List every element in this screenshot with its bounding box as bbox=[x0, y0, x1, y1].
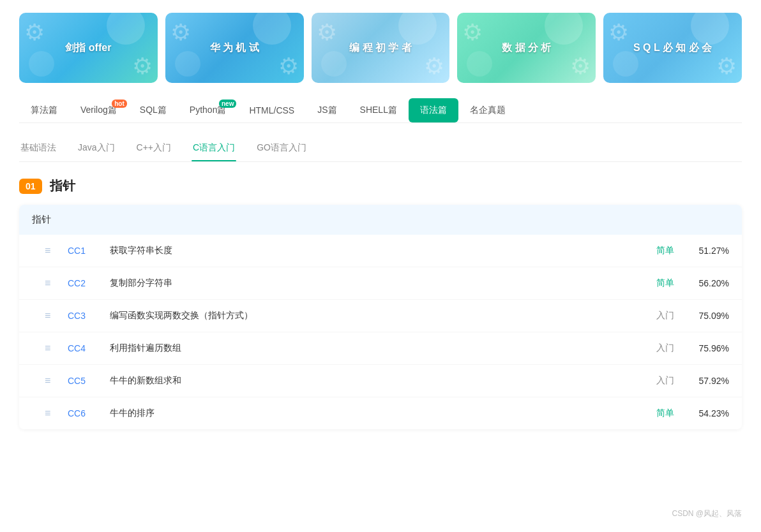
problem-icon-0: ≡ bbox=[45, 245, 57, 256]
tab-item-6[interactable]: SHELL篇 bbox=[349, 98, 409, 122]
gear-icon-right-1: ⚙ bbox=[278, 53, 299, 80]
tab-label-6: SHELL篇 bbox=[360, 105, 397, 115]
problem-difficulty-3: 入门 bbox=[636, 343, 674, 354]
problem-percent-4: 57.92% bbox=[684, 376, 729, 386]
tab-label-0: 算法篇 bbox=[31, 105, 57, 115]
problem-code-5: CC6 bbox=[68, 408, 100, 418]
sub-tabs-row: 基础语法Java入门C++入门C语言入门GO语言入门 bbox=[19, 136, 742, 162]
problem-icon-1: ≡ bbox=[45, 277, 57, 289]
tab-label-5: JS篇 bbox=[317, 105, 336, 115]
group-header: 指针 bbox=[19, 205, 742, 235]
problem-percent-5: 54.23% bbox=[684, 408, 729, 418]
problem-code-2: CC3 bbox=[68, 311, 100, 321]
banner-row: ⚙ ⚙ 剑指 offer ⚙ ⚙ 华 为 机 试 ⚙ ⚙ 编 程 初 学 者 ⚙… bbox=[19, 13, 742, 83]
gear-icon-right-0: ⚙ bbox=[132, 53, 153, 80]
banner-card-1[interactable]: ⚙ ⚙ 剑指 offer bbox=[19, 13, 158, 83]
sub-tab-2[interactable]: C++入门 bbox=[135, 136, 172, 161]
tab-item-1[interactable]: Verilog篇hot bbox=[69, 98, 128, 122]
section-title: 指针 bbox=[50, 177, 75, 195]
table-row[interactable]: ≡ CC3 编写函数实现两数交换（指针方式） 入门 75.09% bbox=[19, 300, 742, 332]
banner-card-4[interactable]: ⚙ ⚙ 数 据 分 析 bbox=[457, 13, 596, 83]
main-container: ⚙ ⚙ 剑指 offer ⚙ ⚙ 华 为 机 试 ⚙ ⚙ 编 程 初 学 者 ⚙… bbox=[0, 0, 761, 532]
banner-card-2[interactable]: ⚙ ⚙ 华 为 机 试 bbox=[165, 13, 304, 83]
badge-new: new bbox=[219, 100, 236, 108]
gear-icon-left-1: ⚙ bbox=[170, 19, 191, 46]
sub-tab-3[interactable]: C语言入门 bbox=[192, 136, 236, 161]
problem-icon-4: ≡ bbox=[45, 375, 57, 387]
banner-card-label-2: 编 程 初 学 者 bbox=[349, 41, 412, 55]
banner-card-5[interactable]: ⚙ ⚙ S Q L 必 知 必 会 bbox=[603, 13, 742, 83]
section-header: 01 指针 bbox=[19, 177, 742, 195]
watermark: CSDN @风起、风落 bbox=[672, 508, 742, 519]
problem-table: 指针 ≡ CC1 获取字符串长度 简单 51.27% ≡ CC2 复制部分字符串… bbox=[19, 205, 742, 429]
problem-percent-0: 51.27% bbox=[684, 246, 729, 256]
problem-name-5: 牛牛的排序 bbox=[110, 408, 626, 419]
tab-label-2: SQL篇 bbox=[140, 105, 167, 115]
banner-card-label-4: S Q L 必 知 必 会 bbox=[633, 41, 712, 55]
tab-item-4[interactable]: HTML/CSS bbox=[237, 99, 306, 122]
problem-difficulty-2: 入门 bbox=[636, 310, 674, 321]
gear-icon-right-4: ⚙ bbox=[716, 53, 737, 80]
problem-difficulty-1: 简单 bbox=[636, 277, 674, 289]
sub-tab-4[interactable]: GO语言入门 bbox=[255, 136, 308, 161]
tab-label-1: Verilog篇 bbox=[80, 105, 117, 115]
sub-tab-0[interactable]: 基础语法 bbox=[19, 136, 57, 161]
problem-name-1: 复制部分字符串 bbox=[110, 277, 626, 289]
tab-item-2[interactable]: SQL篇 bbox=[128, 98, 178, 122]
tab-label-4: HTML/CSS bbox=[249, 105, 294, 115]
problem-name-4: 牛牛的新数组求和 bbox=[110, 375, 626, 387]
gear-icon-right-2: ⚙ bbox=[424, 53, 444, 80]
tab-item-5[interactable]: JS篇 bbox=[306, 98, 348, 122]
badge-hot: hot bbox=[112, 100, 127, 108]
banner-card-label-1: 华 为 机 试 bbox=[210, 41, 259, 55]
sub-tab-1[interactable]: Java入门 bbox=[77, 136, 116, 161]
table-row[interactable]: ≡ CC4 利用指针遍历数组 入门 75.96% bbox=[19, 332, 742, 365]
problem-difficulty-5: 简单 bbox=[636, 408, 674, 419]
problem-code-0: CC1 bbox=[68, 246, 100, 256]
problem-name-3: 利用指针遍历数组 bbox=[110, 343, 626, 354]
gear-icon-right-3: ⚙ bbox=[570, 53, 591, 80]
problem-code-3: CC4 bbox=[68, 343, 100, 353]
gear-icon-left-0: ⚙ bbox=[24, 19, 45, 46]
tabs-row: 算法篇Verilog篇hotSQL篇Python篇newHTML/CSSJS篇S… bbox=[19, 98, 742, 123]
table-row[interactable]: ≡ CC6 牛牛的排序 简单 54.23% bbox=[19, 397, 742, 429]
tab-label-8: 名企真题 bbox=[470, 105, 506, 115]
banner-card-label-3: 数 据 分 析 bbox=[502, 41, 551, 55]
gear-icon-left-2: ⚙ bbox=[317, 19, 337, 46]
problem-difficulty-0: 简单 bbox=[636, 245, 674, 256]
problem-code-4: CC5 bbox=[68, 376, 100, 386]
table-row[interactable]: ≡ CC5 牛牛的新数组求和 入门 57.92% bbox=[19, 365, 742, 397]
tab-item-8[interactable]: 名企真题 bbox=[458, 98, 517, 122]
problem-icon-3: ≡ bbox=[45, 343, 57, 354]
problem-name-0: 获取字符串长度 bbox=[110, 245, 626, 256]
table-row[interactable]: ≡ CC2 复制部分字符串 简单 56.20% bbox=[19, 267, 742, 300]
gear-icon-left-3: ⚙ bbox=[462, 19, 483, 46]
problem-percent-1: 56.20% bbox=[684, 278, 729, 288]
banner-card-3[interactable]: ⚙ ⚙ 编 程 初 学 者 bbox=[312, 13, 450, 83]
gear-icon-left-4: ⚙ bbox=[608, 19, 629, 46]
table-row[interactable]: ≡ CC1 获取字符串长度 简单 51.27% bbox=[19, 235, 742, 267]
banner-card-label-0: 剑指 offer bbox=[65, 41, 111, 55]
problem-code-1: CC2 bbox=[68, 278, 100, 288]
problem-name-2: 编写函数实现两数交换（指针方式） bbox=[110, 310, 626, 321]
problem-percent-3: 75.96% bbox=[684, 343, 729, 353]
problem-list: ≡ CC1 获取字符串长度 简单 51.27% ≡ CC2 复制部分字符串 简单… bbox=[19, 235, 742, 429]
problem-percent-2: 75.09% bbox=[684, 311, 729, 321]
tab-label-7: 语法篇 bbox=[420, 105, 447, 115]
problem-difficulty-4: 入门 bbox=[636, 375, 674, 387]
problem-icon-5: ≡ bbox=[45, 408, 57, 419]
tab-item-0[interactable]: 算法篇 bbox=[19, 98, 69, 122]
problem-icon-2: ≡ bbox=[45, 310, 57, 321]
tab-item-7[interactable]: 语法篇 bbox=[409, 98, 458, 122]
section-num: 01 bbox=[19, 179, 42, 194]
tab-item-3[interactable]: Python篇new bbox=[178, 98, 238, 122]
